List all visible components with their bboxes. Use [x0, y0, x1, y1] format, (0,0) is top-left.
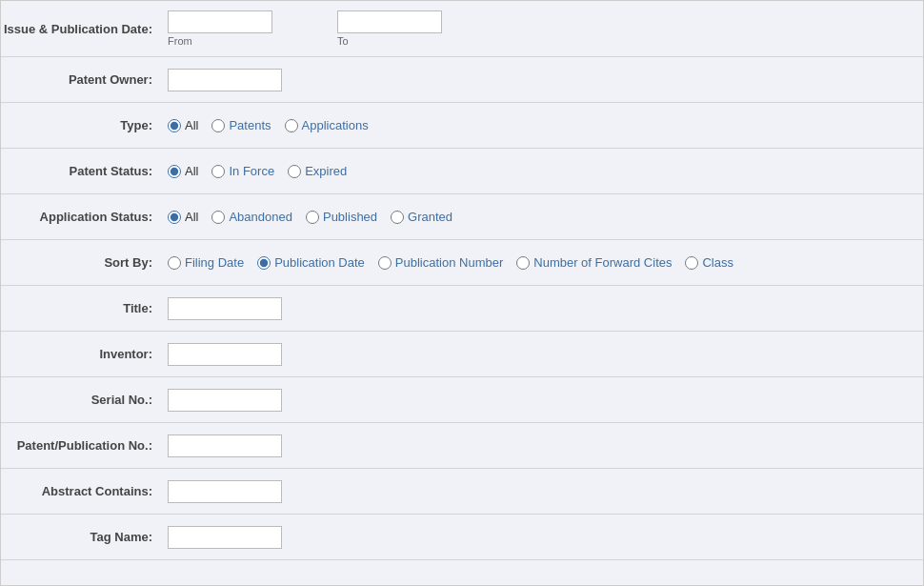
patent-status-expired-label: Expired — [305, 164, 347, 178]
app-status-granted-item[interactable]: Granted — [391, 210, 452, 224]
app-status-abandoned-item[interactable]: Abandoned — [211, 210, 292, 224]
sort-filing-date-label: Filing Date — [185, 255, 244, 270]
sort-by-options: Filing Date Publication Date Publication… — [168, 255, 923, 270]
app-status-granted-label: Granted — [408, 210, 452, 224]
inventor-input[interactable] — [168, 343, 282, 366]
app-status-all-item[interactable]: All — [168, 210, 198, 224]
sort-filing-date-item[interactable]: Filing Date — [168, 255, 244, 270]
sort-pub-date-label: Publication Date — [274, 255, 365, 270]
patent-owner-input[interactable] — [168, 69, 282, 91]
inventor-content — [168, 343, 923, 366]
tag-name-label: Tag Name: — [1, 530, 168, 544]
patent-publication-no-content — [168, 434, 923, 457]
patent-status-expired-radio[interactable] — [288, 165, 301, 178]
tag-name-input[interactable] — [168, 526, 282, 549]
app-status-published-item[interactable]: Published — [306, 210, 377, 224]
abstract-contains-row: Abstract Contains: — [1, 469, 923, 515]
application-status-label: Application Status: — [1, 210, 168, 224]
sort-class-radio[interactable] — [685, 256, 698, 270]
application-status-options: All Abandoned Published Granted — [168, 210, 923, 224]
patent-status-row: Patent Status: All In Force Expired — [1, 149, 923, 194]
patent-status-options: All In Force Expired — [168, 164, 923, 178]
title-row: Title: — [1, 286, 923, 332]
abstract-contains-content — [168, 480, 923, 503]
type-applications-item[interactable]: Applications — [285, 118, 369, 132]
patent-owner-row: Patent Owner: — [1, 57, 923, 103]
title-input[interactable] — [168, 297, 282, 320]
sort-pub-number-item[interactable]: Publication Number — [378, 255, 503, 270]
sort-forward-cites-label: Number of Forward Cites — [533, 255, 672, 270]
type-applications-label: Applications — [302, 118, 369, 132]
patent-status-inforce-label: In Force — [229, 164, 274, 178]
patent-status-label: Patent Status: — [1, 164, 168, 178]
type-all-radio[interactable] — [168, 119, 181, 132]
app-status-all-radio[interactable] — [168, 211, 181, 224]
type-applications-radio[interactable] — [285, 119, 298, 132]
app-status-abandoned-label: Abandoned — [229, 210, 292, 224]
app-status-published-radio[interactable] — [306, 211, 319, 224]
type-row: Type: All Patents Applications — [1, 103, 923, 149]
sort-forward-cites-item[interactable]: Number of Forward Cites — [516, 255, 672, 270]
app-status-abandoned-radio[interactable] — [211, 211, 225, 224]
app-status-published-label: Published — [323, 210, 377, 224]
title-content — [168, 297, 923, 320]
serial-no-label: Serial No.: — [1, 393, 168, 407]
patent-status-inforce-item[interactable]: In Force — [211, 164, 274, 178]
app-status-all-label: All — [185, 210, 198, 224]
sort-class-label: Class — [702, 255, 733, 270]
inventor-label: Inventor: — [1, 347, 168, 361]
sort-filing-date-radio[interactable] — [168, 256, 181, 270]
type-patents-radio[interactable] — [211, 119, 225, 132]
sort-by-label: Sort By: — [1, 255, 168, 270]
patent-status-expired-item[interactable]: Expired — [288, 164, 347, 178]
patent-status-all-item[interactable]: All — [168, 164, 198, 178]
sort-pub-number-radio[interactable] — [378, 256, 392, 270]
type-all-item[interactable]: All — [168, 118, 198, 132]
type-label: Type: — [1, 118, 168, 132]
tag-name-content — [168, 526, 923, 549]
patent-publication-no-label: Patent/Publication No.: — [1, 438, 168, 453]
sort-class-item[interactable]: Class — [685, 255, 733, 270]
tag-name-row: Tag Name: — [1, 515, 923, 560]
serial-no-input[interactable] — [168, 389, 282, 412]
from-date-group: From — [168, 10, 272, 47]
patent-publication-no-input[interactable] — [168, 434, 282, 457]
patent-publication-no-row: Patent/Publication No.: — [1, 423, 923, 469]
issue-publication-date-content: From To — [168, 10, 923, 47]
form-container: Issue & Publication Date: From To Patent… — [0, 0, 924, 586]
inventor-row: Inventor: — [1, 332, 923, 377]
to-label: To — [337, 35, 349, 47]
patent-status-all-radio[interactable] — [168, 165, 181, 178]
title-label: Title: — [1, 301, 168, 315]
issue-publication-date-label: Issue & Publication Date: — [1, 22, 168, 36]
from-label: From — [168, 35, 192, 47]
type-patents-item[interactable]: Patents — [211, 118, 271, 132]
app-status-granted-radio[interactable] — [391, 211, 404, 224]
date-from-input[interactable] — [168, 10, 272, 33]
patent-owner-content — [168, 69, 923, 91]
serial-no-row: Serial No.: — [1, 377, 923, 423]
patent-status-all-label: All — [185, 164, 198, 178]
abstract-contains-label: Abstract Contains: — [1, 484, 168, 498]
date-to-input[interactable] — [337, 10, 442, 33]
type-patents-label: Patents — [229, 118, 271, 132]
sort-pub-date-item[interactable]: Publication Date — [257, 255, 365, 270]
patent-status-inforce-radio[interactable] — [211, 165, 225, 178]
issue-publication-date-row: Issue & Publication Date: From To — [1, 1, 923, 57]
sort-pub-date-radio[interactable] — [257, 256, 271, 270]
type-all-label: All — [185, 118, 198, 132]
sort-forward-cites-radio[interactable] — [516, 256, 530, 270]
serial-no-content — [168, 389, 923, 412]
to-date-group: To — [337, 10, 442, 47]
abstract-contains-input[interactable] — [168, 480, 282, 503]
type-options: All Patents Applications — [168, 118, 923, 132]
application-status-row: Application Status: All Abandoned Publis… — [1, 194, 923, 240]
sort-by-row: Sort By: Filing Date Publication Date Pu… — [1, 240, 923, 286]
sort-pub-number-label: Publication Number — [395, 255, 503, 270]
patent-owner-label: Patent Owner: — [1, 72, 168, 87]
